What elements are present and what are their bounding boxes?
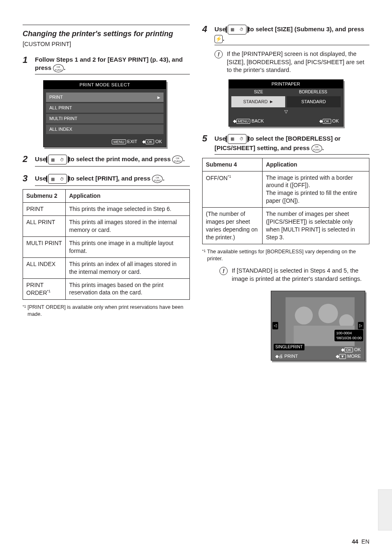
print-mode-title: PRINT MODE SELECT [44, 81, 166, 90]
table-hdr-submenu: Submenu 2 [23, 190, 66, 203]
ok-func-icon: OKFUNC [172, 155, 183, 164]
page-number: 44 EN [352, 538, 369, 546]
menu-item-print: PRINT [46, 93, 164, 102]
table-val: This prints one image in a multiple layo… [66, 236, 190, 257]
table-row: MULTI PRINTThis prints one image in a mu… [23, 236, 190, 257]
svg-point-3 [318, 303, 338, 323]
photo-meta: 100-0004 '08/10/26 00:00 [334, 330, 363, 341]
nav-right-icon: ▷ [358, 322, 364, 329]
table-key: MULTI PRINT [23, 236, 66, 257]
menu-ok-label: OK [155, 139, 162, 144]
table-key: PRINT ORDER*1 [23, 278, 66, 299]
step-3-num: 3 [23, 174, 31, 183]
note-standard: ! If [STANDARD] is selected in Steps 4 a… [219, 267, 369, 283]
heading-custom-print: Changing the printer's settings for prin… [23, 29, 190, 39]
menu-item-allprint: ALL PRINT [46, 103, 164, 113]
caution-icon: ! [219, 267, 228, 275]
step-5-text-c: . [322, 144, 324, 151]
footnote-text: [PRINT ORDER] is available only when pri… [28, 304, 183, 317]
menu-exit-label: EXIT [127, 139, 137, 144]
printpaper-ok: ◆OK OK [319, 118, 339, 124]
menu-footer: MENUEXIT ◆OKOK [44, 138, 166, 147]
mode-dial-icon: ▦⏱ [48, 155, 67, 164]
table-row: ALL PRINTThis prints all images stored i… [23, 216, 190, 237]
step-3-text-c: . [163, 175, 164, 182]
table-val: This prints images based on the print re… [66, 278, 190, 299]
paper-ok-label: OK [332, 118, 339, 123]
photo-print-label: PRINT [284, 354, 298, 359]
step-2: 2 Use ▦⏱ to select the print mode, and p… [23, 155, 190, 164]
photo-preview: ◁ ▷ 100-0004 '08/10/26 00:00 SINGLEPRINT… [271, 291, 365, 361]
step-1-num: 1 [23, 56, 31, 65]
printpaper-borderless-value: STANDARD [287, 96, 341, 107]
mode-dial-icon: ▦⏱ [48, 174, 67, 184]
table-row: ALL INDEXThis prints an index of all ima… [23, 257, 190, 278]
footnote2-sup: *1 [202, 248, 206, 253]
flash-nav-icon: ⚡ [214, 35, 223, 43]
printpaper-arrow-down-icon: ▽ [229, 108, 343, 116]
photo-date: '08/10/26 00:00 [336, 336, 362, 340]
step-4-text-c: . [223, 35, 224, 42]
table-val: This prints all images stored in the int… [66, 216, 190, 237]
printpaper-back: ◆MENU BACK [233, 118, 264, 124]
borderless-table: Submenu 4 Application OFF/ON*1 The image… [202, 158, 369, 244]
table2-val-offon: The image is printed with a border aroun… [263, 171, 369, 208]
photo-more: ◆▼ MORE [336, 353, 361, 359]
step-4-text-b: to select [SIZE] (Submenu 3), and press [248, 25, 364, 32]
step-1-text-b: . [64, 64, 65, 71]
photo-index: 100-0004 [336, 331, 362, 336]
step-3-text-b: to select [PRINT], and press [69, 175, 152, 182]
footnote-borderless: *1 The available settings for [BORDERLES… [202, 248, 369, 262]
step-2-text-b: to select the print mode, and press [69, 155, 173, 162]
print-mode-table: Submenu 2 Application PRINTThis prints t… [23, 189, 190, 300]
note2-text: If [STANDARD] is selected in Steps 4 and… [232, 267, 369, 283]
side-tab [378, 489, 392, 530]
nav-left-icon: ◁ [272, 322, 278, 329]
printpaper-hdr-size: SIZE [231, 89, 286, 95]
table-row: (The number of images per sheet varies d… [203, 208, 369, 244]
printpaper-screen: PRINTPAPER SIZEBORDERLESS STANDARD▶ STAN… [228, 79, 344, 127]
photo-more-label: MORE [347, 354, 361, 359]
menu-ok-tag: OK [145, 139, 154, 144]
menu-exit-tag: MENU [112, 139, 126, 144]
step-3: 3 Use ▦⏱ to select [PRINT], and press OK… [23, 174, 190, 184]
table2-hdr-submenu: Submenu 4 [203, 158, 263, 171]
paper-back-label: BACK [251, 118, 264, 123]
footnote-print-order: *1 [PRINT ORDER] is available only when … [23, 304, 190, 318]
mode-dial-icon: ▦⏱ [228, 134, 247, 144]
note-text: If the [PRINTPAPER] screen is not displa… [227, 50, 369, 74]
note-printpaper: ! If the [PRINTPAPER] screen is not disp… [214, 50, 369, 74]
ok-func-icon: OKFUNC [152, 175, 163, 183]
menu-item-allindex: ALL INDEX [46, 125, 164, 134]
printpaper-title: PRINTPAPER [229, 80, 343, 88]
print-mode-menu: PRINT MODE SELECT PRINT ALL PRINT MULTI … [43, 80, 166, 147]
ok-func-icon: OKFUNC [311, 144, 322, 153]
step-5: 5 Use ▦⏱ to select the [BORDERLESS] or [… [202, 134, 369, 153]
step-2-text-c: . [183, 155, 184, 162]
table-row: PRINT ORDER*1This prints images based on… [23, 278, 190, 299]
ok-func-icon: OKFUNC [53, 64, 64, 72]
table-key: ALL PRINT [23, 216, 66, 237]
table-hdr-application: Application [66, 190, 190, 203]
single-print-label: SINGLEPRINT [274, 344, 304, 350]
table-key: ALL INDEX [23, 257, 66, 278]
step-4: 4 Use ▦⏱ to select [SIZE] (Submenu 3), a… [202, 25, 369, 43]
photo-foot-ok: ◆OK OK [341, 347, 361, 353]
table2-key-pics: (The number of images per sheet varies d… [203, 208, 263, 244]
table-row: PRINTThis prints the image selected in S… [23, 203, 190, 216]
mode-dial-icon: ▦⏱ [228, 25, 247, 35]
step-4-num: 4 [202, 25, 210, 34]
table2-hdr-application: Application [263, 158, 369, 171]
footnote2-text: The available settings for [BORDERLESS] … [207, 249, 356, 262]
menu-item-multiprint: MULTI PRINT [46, 114, 164, 123]
photo-print: ◆🖨 PRINT [275, 353, 298, 359]
svg-point-2 [295, 306, 313, 324]
table-val: This prints the image selected in Step 6… [66, 203, 190, 216]
table-row: OFF/ON*1 The image is printed with a bor… [203, 171, 369, 208]
heading-sub: [CUSTOM PRINT] [23, 40, 190, 49]
step-2-num: 2 [23, 155, 31, 164]
footnote-sup: *1 [23, 304, 26, 309]
printpaper-size-value: STANDARD▶ [231, 96, 285, 107]
table-key: PRINT [23, 203, 66, 216]
table2-key-offon: OFF/ON*1 [203, 171, 263, 208]
